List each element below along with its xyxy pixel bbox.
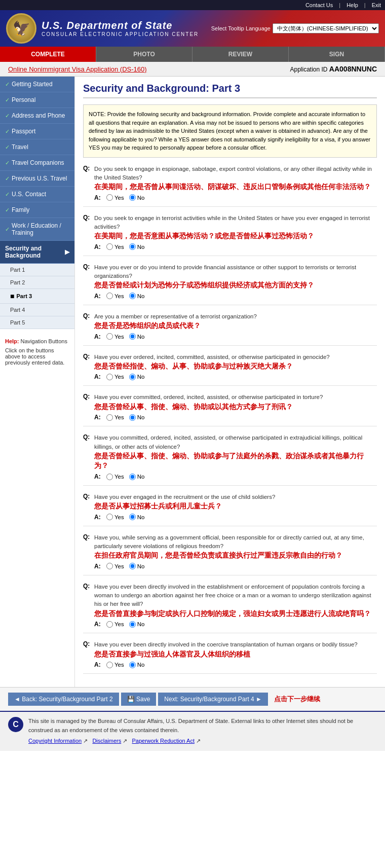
no-option[interactable]: No [129,514,145,520]
sidebar-item-previous-us-travel[interactable]: ✓ Previous U.S. Travel [0,171,74,187]
sidebar-item-travel[interactable]: ✓ Travel [0,139,74,155]
no-radio[interactable] [129,563,136,569]
no-radio[interactable] [129,514,136,520]
no-radio[interactable] [129,474,136,480]
question-text: Have you ever committed, ordered, incite… [94,393,323,412]
sidebar-sub-part2[interactable]: Part 2 [0,276,74,289]
yes-label: Yes [114,374,124,380]
sidebar-item-travel-companions[interactable]: ✓ Travel Companions [0,155,74,171]
check-icon: ✓ [5,81,10,88]
yes-option[interactable]: Yes [106,621,124,628]
yes-radio[interactable] [106,662,113,668]
help-link[interactable]: Help [346,2,358,8]
no-option[interactable]: No [129,662,145,668]
header: 🦅 U.S. Department of State CONSULAR ELEC… [0,10,385,47]
no-option[interactable]: No [129,474,145,480]
no-option[interactable]: No [129,333,145,340]
no-option[interactable]: No [129,293,145,299]
sidebar-item-passport[interactable]: ✓ Passport [0,124,74,139]
no-radio[interactable] [129,621,136,628]
no-option[interactable]: No [129,374,145,380]
yes-radio[interactable] [106,514,113,520]
tab-complete[interactable]: COMPLETE [0,47,96,62]
q-label: Q: [83,214,91,241]
yes-radio[interactable] [106,474,113,480]
sidebar-item-getting-started[interactable]: ✓ Getting Started [0,77,74,92]
question-text: Have you ever ordered, incited, committe… [94,353,330,372]
copyright-link[interactable]: Copyright Information [28,738,82,744]
tab-sign[interactable]: SIGN [289,47,385,62]
yes-option[interactable]: Yes [106,293,124,299]
no-label: No [137,244,145,250]
sidebar-sub-part3[interactable]: ■ Part 3 [0,289,74,304]
question-text: Have you, while serving as a government … [94,533,377,561]
yes-option[interactable]: Yes [106,563,124,569]
question-text: Have you ever engaged in the recruitment… [94,493,275,512]
radio-group: Yes No [106,563,144,569]
back-button[interactable]: ◄ Back: Security/Background Part 2 [8,693,119,706]
yes-option[interactable]: Yes [106,474,124,480]
yes-radio[interactable] [106,333,113,340]
yes-option[interactable]: Yes [106,333,124,340]
no-radio[interactable] [129,414,136,421]
question-block-4: Q: Are you a member or representative of… [83,312,377,346]
answer-row: A: Yes No [94,373,377,380]
disclaimers-link[interactable]: Disclaimers [92,738,121,744]
no-radio[interactable] [129,293,136,299]
no-option[interactable]: No [129,414,145,421]
sidebar-item-security[interactable]: Security and Background ▶ [0,241,74,264]
answer-row: A: Yes No [94,563,377,570]
no-label: No [137,514,145,520]
note-box: NOTE: Provide the following security and… [83,104,377,158]
sidebar-item-us-contact[interactable]: ✓ U.S. Contact [0,187,74,202]
yes-radio[interactable] [106,194,113,201]
yes-radio[interactable] [106,243,113,250]
yes-option[interactable]: Yes [106,374,124,380]
yes-option[interactable]: Yes [106,662,124,668]
seal-icon: 🦅 [6,13,36,44]
sidebar-item-personal[interactable]: ✓ Personal [0,92,74,108]
q-label: Q: [83,165,91,192]
exit-link[interactable]: Exit [372,2,381,8]
yes-label: Yes [114,474,124,480]
yes-radio[interactable] [106,563,113,569]
no-option[interactable]: No [129,243,145,250]
yes-option[interactable]: Yes [106,514,124,520]
no-radio[interactable] [129,662,136,668]
tab-review[interactable]: REVIEW [192,47,289,62]
no-option[interactable]: No [129,563,145,569]
next-button[interactable]: Next: Security/Background Part 4 ► [158,693,268,706]
yes-radio[interactable] [106,374,113,380]
sidebar-item-address-phone[interactable]: ✓ Address and Phone [0,108,74,124]
form-name[interactable]: Online Nonimmigrant Visa Application (DS… [8,65,147,73]
language-selector[interactable]: Select Tooltip Language 中文(简体）(CHINESE-S… [211,23,379,33]
no-radio[interactable] [129,194,136,201]
yes-option[interactable]: Yes [106,243,124,250]
paperwork-link[interactable]: Paperwork Reduction Act [132,738,195,744]
no-option[interactable]: No [129,194,145,201]
sidebar-sub-menu: Part 1 Part 2 ■ Part 3 Part 4 Part 5 [0,264,74,329]
no-radio[interactable] [129,243,136,250]
sidebar-item-family[interactable]: ✓ Family [0,202,74,218]
tab-photo[interactable]: PHOTO [96,47,192,62]
no-radio[interactable] [129,333,136,340]
yes-radio[interactable] [106,414,113,421]
save-button[interactable]: 💾 Save [121,693,157,706]
yes-radio[interactable] [106,293,113,299]
sidebar-sub-part5[interactable]: Part 5 [0,316,74,329]
yes-option[interactable]: Yes [106,414,124,421]
sidebar-sub-part4[interactable]: Part 4 [0,304,74,316]
yes-option[interactable]: Yes [106,194,124,201]
contact-us-link[interactable]: Contact Us [305,2,333,8]
radio-group: Yes No [106,474,144,480]
yes-radio[interactable] [106,621,113,628]
no-radio[interactable] [129,374,136,380]
question-row: Q: Have you ever ordered, incited, commi… [83,353,377,372]
q-label: Q: [83,312,91,331]
no-option[interactable]: No [129,621,145,628]
sidebar-item-work-education[interactable]: ✓ Work / Education / Training [0,218,74,241]
lang-dropdown[interactable]: 中文(简体）(CHINESE-SIMPLIFIED) [273,23,379,33]
question-block-8: Q: Have you ever engaged in the recruitm… [83,493,377,526]
sidebar-sub-part1[interactable]: Part 1 [0,264,74,276]
no-label: No [137,474,145,480]
